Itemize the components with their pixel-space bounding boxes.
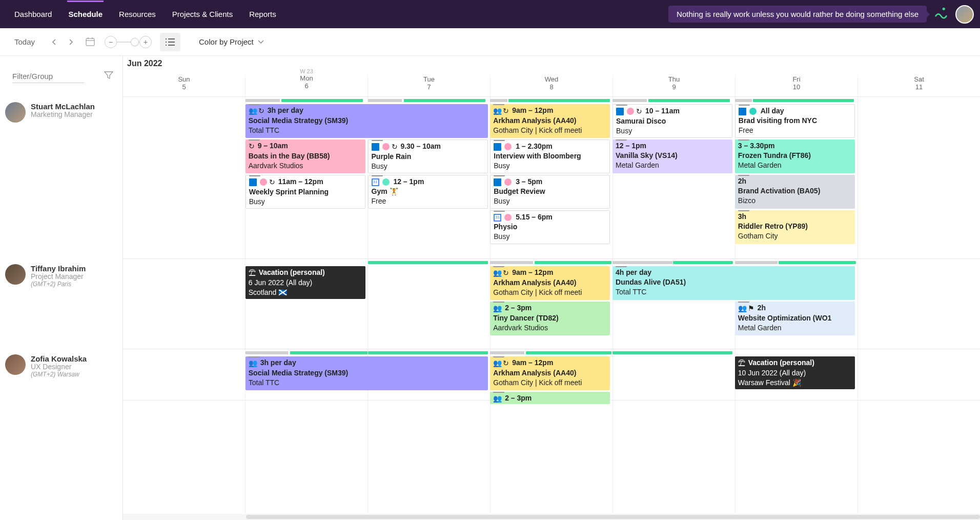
event[interactable]: 4h per dayDundas Alive (DA51)Total TTC (612, 266, 855, 300)
user-avatar[interactable] (955, 5, 974, 24)
lane-tiffany: ⛱ Vacation (personal)6 Jun 2022 (All day… (123, 259, 980, 349)
outlook-icon (616, 108, 624, 115)
event[interactable]: ↻ 11am – 12pmWeekly Sprint PlanningBusy (246, 175, 365, 209)
people-icon: 👥 (738, 304, 747, 313)
outlook-icon (494, 178, 501, 186)
gcal-icon (372, 178, 379, 186)
prev-arrow-icon[interactable] (48, 36, 60, 48)
event[interactable]: ↻ 9.30 – 10amPurple RainBusy (368, 139, 488, 173)
next-arrow-icon[interactable] (65, 36, 77, 48)
resource-tiffany[interactable]: Tiffany Ibrahim Project Manager (GMT+2) … (0, 259, 122, 349)
recurring-icon: ↻ (503, 268, 509, 278)
event[interactable]: 👥 2 – 3pmTiny Dancer (TD82)Aardvark Stud… (490, 302, 610, 335)
color-by-dropdown[interactable]: Color by Project (199, 37, 264, 46)
recurring-icon: ↻ (636, 107, 642, 116)
svg-point-0 (943, 7, 945, 10)
people-icon: 👥 (249, 106, 257, 116)
resource-tz: (GMT+2) Paris (31, 281, 86, 288)
nav-schedule[interactable]: Schedule (60, 1, 111, 28)
event[interactable]: 3 – 5pmBudget ReviewBusy (490, 175, 610, 209)
people-icon: 👥 (249, 358, 257, 368)
color-by-label: Color by Project (199, 37, 254, 46)
event[interactable]: 1 – 2.30pmInterview with BloombergBusy (490, 139, 610, 173)
zoom-control: − + (105, 36, 152, 48)
recurring-icon: ↻ (258, 106, 264, 116)
today-button[interactable]: Today (9, 34, 40, 49)
sidebar: Stuart McLachlan Marketing Manager Tiffa… (0, 56, 123, 520)
event[interactable]: 👥 3h per daySocial Media Strategy (SM39)… (246, 356, 488, 390)
nav-projects[interactable]: Projects & Clients (164, 1, 241, 28)
event[interactable]: 3 – 3.30pmFrozen Tundra (FT86)Metal Gard… (735, 139, 855, 173)
recurring-icon: ↻ (392, 142, 398, 152)
calendar-body[interactable]: 👥↻ 3h per daySocial Media Strategy (SM39… (123, 97, 980, 520)
event[interactable]: 12 – 1pmGym 🏋️Free (368, 175, 488, 209)
people-icon: 👥 (493, 106, 502, 116)
month-label: Jun 2022 (127, 59, 162, 68)
nav-right: Nothing is really work unless you would … (668, 5, 974, 24)
event[interactable]: ↻ 10 – 11amSamurai DiscoBusy (612, 104, 732, 138)
chevron-down-icon (258, 40, 264, 44)
status-dot-icon (749, 108, 757, 115)
avatar (5, 102, 26, 123)
filter-input[interactable] (12, 70, 84, 83)
people-icon: 👥 (493, 304, 502, 313)
app-logo-icon[interactable] (934, 6, 948, 23)
outlook-icon (249, 178, 257, 186)
recurring-icon: ↻ (249, 142, 255, 151)
event[interactable]: ⛱ Vacation (personal)6 Jun 2022 (All day… (246, 266, 365, 299)
status-dot-icon (504, 178, 512, 186)
event[interactable]: ↻ 9 – 10amBoats in the Bay (BB58)Aardvar… (246, 139, 365, 173)
calendar-icon[interactable] (85, 36, 96, 48)
nav-reports[interactable]: Reports (241, 1, 284, 28)
outlook-icon (372, 143, 379, 151)
filter-icon[interactable] (104, 71, 113, 82)
event[interactable]: 👥↻ 9am – 12pmArkham Analysis (AA40)Gotha… (490, 104, 610, 138)
event[interactable]: 👥⚑ 2hWebsite Optimization (WO1Metal Gard… (735, 302, 855, 335)
event[interactable]: 👥↻ 9am – 12pmArkham Analysis (AA40)Gotha… (490, 356, 610, 390)
event[interactable]: 12 – 1pmVanilla Sky (VS14)Metal Garden (612, 139, 732, 173)
nav-resources[interactable]: Resources (111, 1, 164, 28)
umbrella-icon: ⛱ (249, 268, 256, 278)
lane-zofia: 👥 3h per daySocial Media Strategy (SM39)… (123, 349, 980, 401)
resource-role: Marketing Manager (31, 110, 95, 118)
people-icon: 👥 (493, 268, 502, 278)
resource-name: Zofia Kowalska (31, 354, 87, 363)
h-scrollbar[interactable] (123, 514, 980, 520)
status-dot-icon (504, 214, 512, 221)
flag-icon: ⚑ (748, 304, 754, 313)
list-view-toggle[interactable] (160, 33, 180, 51)
nav-dashboard[interactable]: Dashboard (6, 1, 60, 28)
avatar (5, 354, 26, 375)
resource-role: Project Manager (31, 272, 86, 281)
event[interactable]: 👥↻ 3h per daySocial Media Strategy (SM39… (246, 104, 488, 138)
gcal-icon (494, 214, 501, 222)
calendar-header: Jun 2022 Sun5 W 23Mon6 Tue7 Wed8 Thu9 Fr… (123, 56, 980, 97)
event[interactable]: 3hRiddler Retro (YP89)Gotham City (735, 210, 855, 244)
resource-zofia[interactable]: Zofia Kowalska UX Designer (GMT+2) Warsa… (0, 349, 122, 439)
lane-stuart: 👥↻ 3h per daySocial Media Strategy (SM39… (123, 97, 980, 259)
quote-banner: Nothing is really work unless you would … (668, 6, 927, 23)
avatar (5, 264, 26, 285)
outlook-icon (739, 108, 746, 115)
top-nav: Dashboard Schedule Resources Projects & … (0, 0, 980, 28)
recurring-icon: ↻ (503, 358, 509, 368)
nav-left: Dashboard Schedule Resources Projects & … (6, 1, 284, 28)
resource-tz: (GMT+2) Warsaw (31, 371, 87, 378)
event[interactable]: 5.15 – 6pmPhysioBusy (490, 210, 610, 244)
event[interactable]: 👥↻ 9am – 12pmArkham Analysis (AA40)Gotha… (490, 266, 610, 300)
toolbar: Today − + Color by Project (0, 28, 980, 56)
event[interactable]: 👥 2 – 3pm (490, 392, 610, 404)
status-dot-icon (260, 178, 267, 186)
resource-stuart[interactable]: Stuart McLachlan Marketing Manager (0, 97, 122, 259)
event[interactable]: All dayBrad visiting from NYCFree (735, 104, 855, 138)
event[interactable]: ⛱ Vacation (personal)10 Jun 2022 (All da… (735, 356, 855, 389)
status-dot-icon (382, 143, 390, 150)
zoom-slider[interactable] (116, 42, 140, 43)
zoom-in-button[interactable]: + (139, 36, 152, 48)
event[interactable]: 2hBrand Activation (BA05)Bizco (735, 175, 855, 209)
resource-name: Tiffany Ibrahim (31, 264, 86, 273)
zoom-out-button[interactable]: − (105, 36, 117, 48)
outlook-icon (494, 143, 501, 151)
recurring-icon: ↻ (269, 177, 275, 187)
resource-name: Stuart McLachlan (31, 102, 95, 111)
